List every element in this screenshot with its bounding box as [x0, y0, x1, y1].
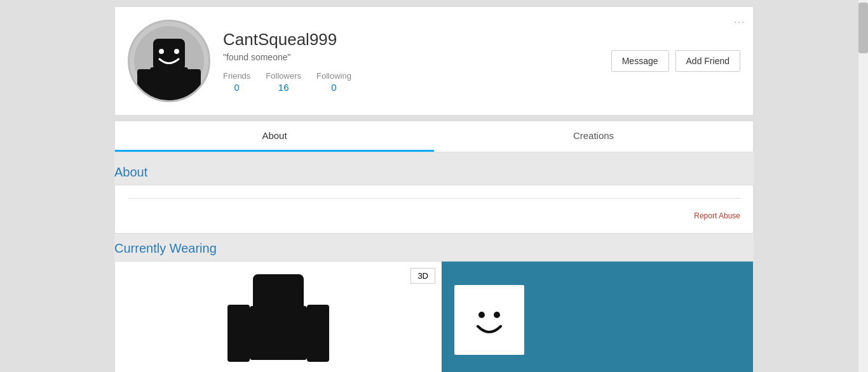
svg-rect-11 [464, 295, 515, 345]
content-area: About Report Abuse Currently Wearing 3D [114, 152, 754, 372]
svg-rect-1 [150, 67, 188, 102]
svg-rect-8 [307, 305, 329, 362]
more-options-button[interactable]: ... [734, 15, 745, 25]
tabs-container: About Creations [114, 121, 754, 152]
friends-label: Friends [223, 71, 250, 81]
profile-status: "found someone" [223, 52, 611, 62]
currently-wearing-heading: Currently Wearing [114, 241, 754, 256]
followers-stat: Followers 16 [266, 71, 301, 93]
following-label: Following [316, 71, 351, 81]
profile-username: CantSqueal999 [223, 30, 611, 50]
friends-count: 0 [234, 82, 240, 93]
profile-actions: Message Add Friend [611, 50, 740, 72]
svg-point-5 [159, 49, 164, 54]
profile-stats: Friends 0 Followers 16 Following 0 [223, 71, 611, 93]
svg-point-6 [174, 49, 179, 54]
scrollbar[interactable] [858, 0, 868, 372]
svg-rect-4 [187, 69, 201, 102]
svg-point-13 [494, 312, 500, 318]
scrollbar-thumb[interactable] [858, 3, 868, 53]
about-heading: About [114, 165, 754, 180]
following-stat: Following 0 [316, 71, 351, 93]
wearing-preview: 3D [115, 262, 442, 372]
svg-rect-3 [137, 69, 151, 102]
tab-about[interactable]: About [115, 121, 434, 152]
svg-rect-10 [253, 274, 304, 319]
wearing-items [442, 262, 753, 372]
svg-rect-7 [227, 305, 250, 362]
followers-count: 16 [278, 82, 289, 93]
3d-button[interactable]: 3D [410, 268, 435, 284]
message-button[interactable]: Message [611, 50, 669, 72]
tab-creations[interactable]: Creations [434, 121, 753, 152]
following-count: 0 [331, 82, 336, 93]
report-abuse-link[interactable]: Report Abuse [128, 211, 740, 220]
svg-point-12 [478, 312, 485, 318]
followers-label: Followers [266, 71, 301, 81]
friends-stat: Friends 0 [223, 71, 250, 93]
about-box: Report Abuse [114, 185, 754, 234]
avatar [128, 20, 210, 102]
profile-info: CantSqueal999 "found someone" Friends 0 … [223, 30, 611, 93]
profile-card: CantSqueal999 "found someone" Friends 0 … [114, 6, 754, 116]
wearing-container: 3D [114, 261, 754, 372]
item-card[interactable] [454, 285, 524, 355]
about-divider [128, 198, 740, 199]
svg-rect-2 [153, 39, 185, 70]
add-friend-button[interactable]: Add Friend [675, 50, 740, 72]
